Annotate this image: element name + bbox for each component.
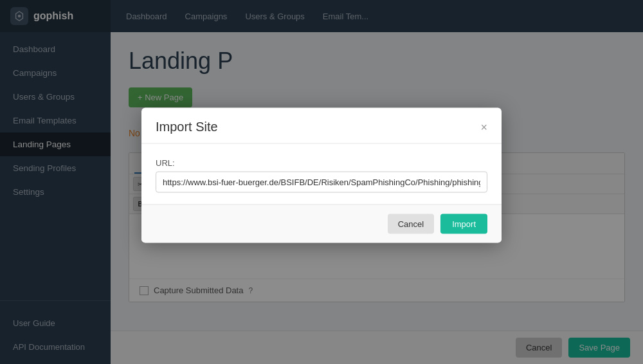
url-input[interactable] (156, 172, 487, 193)
modal-body: URL: (141, 144, 502, 205)
modal-cancel-button[interactable]: Cancel (388, 214, 434, 234)
import-site-modal: Import Site × URL: Cancel Import (141, 108, 502, 243)
modal-title: Import Site (156, 120, 218, 134)
modal-close-button[interactable]: × (480, 121, 487, 132)
modal-header: Import Site × (141, 108, 502, 144)
modal-import-button[interactable]: Import (440, 214, 487, 234)
modal-footer: Cancel Import (141, 205, 502, 243)
url-label: URL: (156, 158, 487, 168)
